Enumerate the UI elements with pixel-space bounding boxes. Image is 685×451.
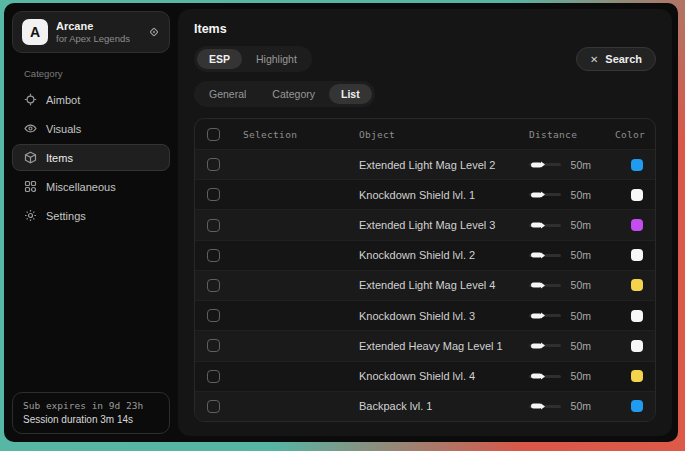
sidebar-item-settings[interactable]: Settings bbox=[12, 202, 170, 229]
color-swatch[interactable] bbox=[631, 400, 643, 412]
row-checkbox[interactable] bbox=[207, 339, 220, 352]
slider-thumb[interactable] bbox=[531, 343, 542, 348]
distance-value: 50m bbox=[571, 189, 591, 201]
distance-slider[interactable] bbox=[529, 314, 561, 317]
select-all-checkbox[interactable] bbox=[207, 128, 220, 141]
row-checkbox[interactable] bbox=[207, 370, 220, 383]
row-distance: 50m bbox=[529, 279, 603, 291]
brand-card: A Arcane for Apex Legends bbox=[12, 11, 170, 53]
row-object-label: Knockdown Shield lvl. 2 bbox=[359, 249, 529, 261]
table-body: Extended Light Mag Level 2 50m Knockdown… bbox=[195, 149, 655, 421]
row-checkbox[interactable] bbox=[207, 158, 220, 171]
search-button-label: Search bbox=[605, 53, 642, 65]
distance-slider[interactable] bbox=[529, 405, 561, 408]
column-header-distance: Distance bbox=[529, 129, 603, 140]
color-swatch[interactable] bbox=[631, 279, 643, 291]
row-distance: 50m bbox=[529, 400, 603, 412]
distance-value: 50m bbox=[571, 310, 591, 322]
row-object-label: Knockdown Shield lvl. 1 bbox=[359, 189, 529, 201]
color-swatch[interactable] bbox=[631, 249, 643, 261]
sidebar: A Arcane for Apex Legends Category bbox=[4, 3, 178, 442]
tab-general[interactable]: General bbox=[197, 84, 258, 104]
row-checkbox[interactable] bbox=[207, 188, 220, 201]
sidebar-item-label: Settings bbox=[46, 210, 86, 222]
slider-thumb[interactable] bbox=[531, 283, 542, 288]
mode-tabs: ESP Highlight bbox=[194, 46, 312, 72]
color-swatch[interactable] bbox=[631, 159, 643, 171]
app-logo: A bbox=[22, 19, 48, 45]
slider-thumb[interactable] bbox=[531, 253, 542, 258]
sidebar-item-miscellaneous[interactable]: Miscellaneous bbox=[12, 173, 170, 200]
close-icon: ✕ bbox=[590, 54, 598, 65]
row-checkbox[interactable] bbox=[207, 400, 220, 413]
row-object-label: Extended Light Mag Level 2 bbox=[359, 159, 529, 171]
page-title: Items bbox=[194, 22, 656, 36]
row-object-label: Backpack lvl. 1 bbox=[359, 400, 529, 412]
row-checkbox[interactable] bbox=[207, 219, 220, 232]
grid-icon bbox=[24, 180, 37, 193]
color-swatch[interactable] bbox=[631, 370, 643, 382]
distance-value: 50m bbox=[571, 159, 591, 171]
distance-value: 50m bbox=[571, 219, 591, 231]
sidebar-item-visuals[interactable]: Visuals bbox=[12, 115, 170, 142]
row-checkbox[interactable] bbox=[207, 279, 220, 292]
color-swatch[interactable] bbox=[631, 340, 643, 352]
color-swatch[interactable] bbox=[631, 310, 643, 322]
toolbar: ESP Highlight ✕ Search bbox=[194, 46, 656, 72]
row-object-label: Knockdown Shield lvl. 4 bbox=[359, 370, 529, 382]
app-name: Arcane bbox=[56, 20, 140, 33]
color-swatch[interactable] bbox=[631, 189, 643, 201]
slider-thumb[interactable] bbox=[531, 404, 542, 409]
category-label: Category bbox=[24, 68, 170, 79]
distance-slider[interactable] bbox=[529, 284, 561, 287]
session-card: Sub expires in 9d 23h Session duration 3… bbox=[12, 392, 170, 434]
slider-thumb[interactable] bbox=[531, 223, 542, 228]
eye-icon bbox=[24, 122, 37, 135]
row-distance: 50m bbox=[529, 249, 603, 261]
sidebar-item-aimbot[interactable]: Aimbot bbox=[12, 86, 170, 113]
row-distance: 50m bbox=[529, 159, 603, 171]
distance-value: 50m bbox=[571, 400, 591, 412]
search-button[interactable]: ✕ Search bbox=[576, 47, 656, 71]
table-row: Knockdown Shield lvl. 3 50m bbox=[195, 300, 655, 330]
row-object-label: Extended Light Mag Level 4 bbox=[359, 279, 529, 291]
table-row: Extended Light Mag Level 2 50m bbox=[195, 149, 655, 179]
table-header: Selection Object Distance Color bbox=[195, 119, 655, 149]
tab-category[interactable]: Category bbox=[260, 84, 327, 104]
sub-expires-text: Sub expires in 9d 23h bbox=[23, 400, 159, 411]
color-swatch[interactable] bbox=[631, 219, 643, 231]
table-row: Knockdown Shield lvl. 2 50m bbox=[195, 240, 655, 270]
row-distance: 50m bbox=[529, 370, 603, 382]
tab-highlight[interactable]: Highlight bbox=[244, 49, 309, 69]
slider-thumb[interactable] bbox=[531, 374, 542, 379]
row-distance: 50m bbox=[529, 219, 603, 231]
distance-slider[interactable] bbox=[529, 344, 561, 347]
distance-slider[interactable] bbox=[529, 193, 561, 196]
app-window: A Arcane for Apex Legends Category bbox=[4, 3, 678, 442]
table-row: Extended Light Mag Level 4 50m bbox=[195, 270, 655, 300]
slider-thumb[interactable] bbox=[531, 192, 542, 197]
distance-slider[interactable] bbox=[529, 375, 561, 378]
distance-slider[interactable] bbox=[529, 254, 561, 257]
row-distance: 50m bbox=[529, 189, 603, 201]
table-row: Knockdown Shield lvl. 1 50m bbox=[195, 179, 655, 209]
tab-esp[interactable]: ESP bbox=[197, 49, 242, 69]
pin-icon[interactable] bbox=[148, 26, 160, 38]
row-checkbox[interactable] bbox=[207, 309, 220, 322]
row-object-label: Extended Heavy Mag Level 1 bbox=[359, 340, 529, 352]
package-icon bbox=[24, 151, 37, 164]
slider-thumb[interactable] bbox=[531, 162, 542, 167]
crosshair-icon bbox=[24, 93, 37, 106]
distance-value: 50m bbox=[571, 249, 591, 261]
slider-thumb[interactable] bbox=[531, 313, 542, 318]
sidebar-item-label: Aimbot bbox=[46, 94, 80, 106]
distance-slider[interactable] bbox=[529, 224, 561, 227]
sidebar-item-items[interactable]: Items bbox=[12, 144, 170, 171]
tab-list[interactable]: List bbox=[329, 84, 372, 104]
distance-slider[interactable] bbox=[529, 163, 561, 166]
session-duration-text: Session duration 3m 14s bbox=[23, 414, 159, 425]
column-header-object: Object bbox=[359, 129, 529, 140]
table-row: Extended Heavy Mag Level 1 50m bbox=[195, 330, 655, 360]
main-panel: Items ESP Highlight ✕ Search General Cat… bbox=[178, 9, 672, 436]
row-checkbox[interactable] bbox=[207, 249, 220, 262]
